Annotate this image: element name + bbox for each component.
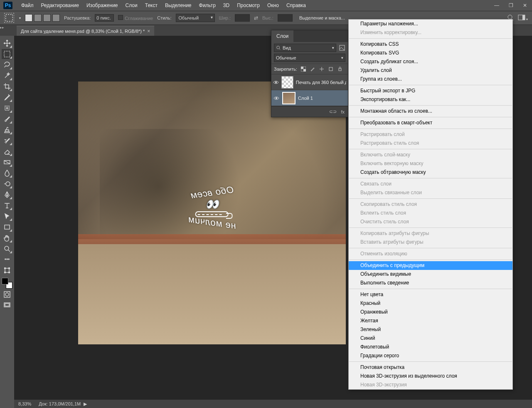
- brush-tool-icon[interactable]: [2, 114, 12, 124]
- panel-expand-handle-icon[interactable]: ▸▸: [0, 25, 4, 30]
- menu-file[interactable]: Файл: [17, 0, 37, 11]
- ctx-item[interactable]: Фиолетовый: [349, 343, 512, 351]
- sel-mode-subtract-icon[interactable]: [43, 14, 51, 22]
- ctx-item[interactable]: Нет цвета: [349, 290, 512, 299]
- foreground-background-swatch[interactable]: [2, 278, 12, 289]
- layer-row[interactable]: Печать для 360 белый для: [271, 74, 348, 90]
- menu-edit[interactable]: Редактирование: [37, 0, 83, 11]
- ctx-item[interactable]: Синий: [349, 334, 512, 343]
- tab-close-icon[interactable]: ×: [147, 28, 150, 34]
- sel-mode-intersect-icon[interactable]: [52, 14, 60, 22]
- ctx-item[interactable]: Объединить видимые: [349, 270, 512, 279]
- tool-preset-dropdown-icon[interactable]: ▾: [19, 16, 21, 20]
- more-tools-icon[interactable]: •••: [2, 255, 12, 265]
- edit-toolbar-icon[interactable]: [2, 265, 12, 275]
- gradient-tool-icon[interactable]: [2, 157, 12, 167]
- layer-name[interactable]: Слой 1: [298, 96, 313, 101]
- quick-mask-icon[interactable]: [2, 289, 12, 299]
- hand-tool-icon[interactable]: [2, 233, 12, 243]
- text-tool-icon[interactable]: [2, 200, 12, 210]
- zoom-level[interactable]: 8,33%: [18, 401, 31, 406]
- ctx-item[interactable]: Группа из слоев...: [349, 75, 512, 84]
- clone-stamp-tool-icon[interactable]: [2, 125, 12, 135]
- pen-tool-icon[interactable]: [2, 190, 12, 200]
- close-icon[interactable]: ✕: [518, 0, 532, 11]
- ctx-item[interactable]: Копировать SVG: [349, 49, 512, 57]
- menu-help[interactable]: Справка: [283, 0, 310, 11]
- history-brush-tool-icon[interactable]: [2, 136, 12, 146]
- ctx-item[interactable]: Почтовая открытка: [349, 363, 512, 372]
- magic-wand-tool-icon[interactable]: [2, 71, 12, 81]
- ctx-item[interactable]: Быстрый экспорт в JPG: [349, 87, 512, 95]
- dodge-tool-icon[interactable]: [2, 179, 12, 189]
- ctx-item[interactable]: Новая 3D-экструзия из выделенного слоя: [349, 372, 512, 381]
- link-layers-icon[interactable]: ⊂⊃: [329, 109, 337, 114]
- visibility-toggle-icon[interactable]: [273, 79, 279, 86]
- ctx-item[interactable]: Выполнить сведение: [349, 279, 512, 287]
- layer-thumbnail[interactable]: [281, 76, 293, 89]
- layer-thumbnail[interactable]: [282, 92, 296, 104]
- menu-image[interactable]: Изображение: [83, 0, 122, 11]
- marquee-tool-icon[interactable]: [2, 49, 12, 59]
- ctx-item[interactable]: Красный: [349, 299, 512, 308]
- menu-select[interactable]: Выделение: [161, 0, 195, 11]
- feather-input[interactable]: 0 пикс.: [95, 14, 114, 22]
- document-tab[interactable]: Для сайта удаление меня.psd @ 8,33% (Сло…: [17, 26, 154, 36]
- minimize-icon[interactable]: —: [490, 0, 504, 11]
- move-tool-icon[interactable]: [2, 38, 12, 48]
- lock-pixels-icon[interactable]: [310, 66, 315, 72]
- ctx-item[interactable]: Желтая: [349, 317, 512, 325]
- zoom-tool-icon[interactable]: [2, 244, 12, 254]
- menu-3d[interactable]: 3D: [219, 0, 233, 11]
- ctx-item[interactable]: Градации серого: [349, 351, 512, 360]
- maximize-icon[interactable]: ❐: [504, 0, 518, 11]
- sel-mode-new-icon[interactable]: [25, 14, 32, 22]
- visibility-toggle-icon[interactable]: [273, 95, 280, 101]
- doc-size-label: Док:: [39, 401, 48, 406]
- lock-all-icon[interactable]: [337, 66, 343, 72]
- menu-layers[interactable]: Слои: [122, 0, 141, 11]
- current-tool-marquee-icon[interactable]: [4, 13, 14, 23]
- layer-name[interactable]: Печать для 360 белый для: [296, 80, 346, 85]
- crop-tool-icon[interactable]: [2, 82, 12, 91]
- ctx-item[interactable]: Копировать CSS: [349, 40, 512, 49]
- eyedropper-tool-icon[interactable]: [2, 92, 12, 102]
- lock-artboard-icon[interactable]: [328, 66, 334, 72]
- menu-text[interactable]: Текст: [141, 0, 161, 11]
- style-select[interactable]: Обычный: [176, 14, 215, 22]
- blend-mode-select[interactable]: Обычные: [274, 54, 345, 62]
- ctx-item[interactable]: Преобразовать в смарт-объект: [349, 119, 512, 127]
- layer-row[interactable]: Слой 1: [271, 90, 348, 106]
- select-and-mask-button[interactable]: Выделение и маска...: [297, 15, 347, 21]
- layer-fx-icon[interactable]: fx: [341, 109, 345, 114]
- blur-tool-icon[interactable]: [2, 168, 12, 178]
- lock-transparency-icon[interactable]: [300, 66, 306, 72]
- document-canvas[interactable]: Обо всем 👀 не молчим: [78, 82, 346, 344]
- healing-brush-tool-icon[interactable]: [2, 103, 12, 113]
- workspace-switcher-icon[interactable]: ▾: [518, 15, 528, 22]
- doc-size-value: 173,0M/201,1M: [49, 401, 81, 406]
- ctx-item[interactable]: Монтажная область из слоев...: [349, 107, 512, 116]
- status-flyout-icon[interactable]: ▶: [82, 401, 87, 406]
- menu-window[interactable]: Окно: [264, 0, 283, 11]
- ctx-item[interactable]: Параметры наложения...: [349, 20, 512, 28]
- menu-filter[interactable]: Фильтр: [195, 0, 219, 11]
- sel-mode-add-icon[interactable]: [34, 14, 42, 22]
- ctx-item[interactable]: Удалить слой: [349, 66, 512, 75]
- lock-position-icon[interactable]: [319, 66, 325, 72]
- filter-type-image-icon[interactable]: [339, 45, 345, 51]
- path-select-tool-icon[interactable]: [2, 211, 12, 221]
- menu-view[interactable]: Просмотр: [233, 0, 264, 11]
- layers-tab[interactable]: Слои: [271, 30, 293, 42]
- ctx-item[interactable]: Экспортировать как...: [349, 95, 512, 104]
- ctx-item[interactable]: Объединить с предыдущим: [349, 261, 512, 270]
- lasso-tool-icon[interactable]: [2, 60, 12, 70]
- ctx-item[interactable]: Зеленый: [349, 325, 512, 334]
- ctx-item[interactable]: Создать обтравочную маску: [349, 168, 512, 177]
- ctx-item[interactable]: Оранжевый: [349, 308, 512, 317]
- layer-filter-select[interactable]: Вид: [274, 44, 336, 52]
- screen-mode-icon[interactable]: [2, 300, 12, 310]
- ctx-item[interactable]: Создать дубликат слоя...: [349, 57, 512, 66]
- shape-tool-icon[interactable]: [2, 222, 12, 232]
- eraser-tool-icon[interactable]: [2, 146, 12, 156]
